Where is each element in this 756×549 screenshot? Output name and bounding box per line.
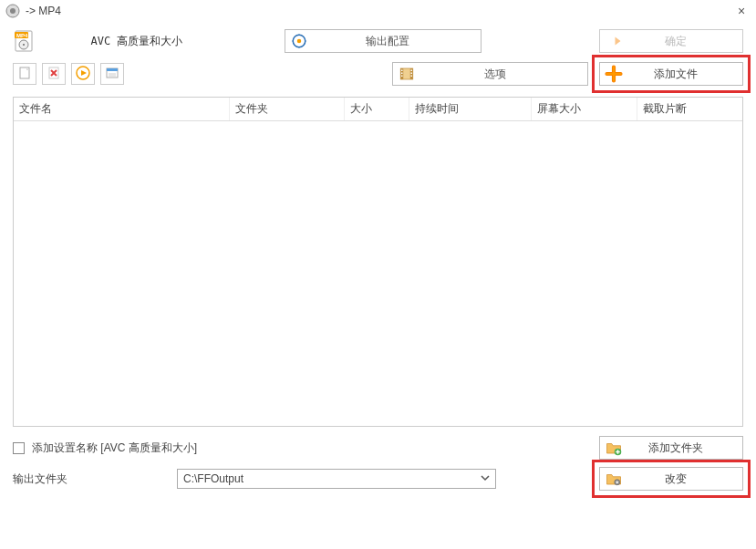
toolbar-row-2: 选项 添加文件 bbox=[0, 58, 756, 93]
highlight-add-file: 添加文件 bbox=[592, 55, 751, 93]
chevron-down-icon bbox=[481, 472, 490, 485]
output-folder-select[interactable]: C:\FFOutput bbox=[177, 469, 496, 489]
add-file-label: 添加文件 bbox=[627, 67, 742, 82]
title-bar: -> MP4 × bbox=[0, 0, 756, 22]
profile-label: AVC 高质量和大小 bbox=[46, 34, 228, 49]
mp4-format-icon: MP4 bbox=[13, 30, 35, 52]
change-label: 改变 bbox=[627, 471, 742, 487]
window-title: -> MP4 bbox=[26, 5, 727, 17]
gear-icon bbox=[285, 33, 313, 49]
document-icon bbox=[17, 66, 32, 83]
col-filename[interactable]: 文件名 bbox=[14, 98, 230, 120]
plus-icon bbox=[600, 65, 627, 83]
file-table: 文件名 文件夹 大小 持续时间 屏幕大小 截取片断 bbox=[13, 97, 743, 427]
svg-rect-19 bbox=[401, 70, 403, 72]
svg-rect-13 bbox=[107, 68, 118, 71]
play-button[interactable] bbox=[71, 63, 95, 85]
bottom-panel: 添加设置名称 [AVC 高质量和大小] 添加文件夹 输出文件夹 C:\FFOut… bbox=[0, 427, 756, 505]
highlight-change: 改变 bbox=[592, 460, 751, 498]
options-label: 选项 bbox=[420, 67, 587, 82]
toolbar-row-1: MP4 AVC 高质量和大小 输出配置 确定 bbox=[0, 22, 756, 58]
add-folder-button[interactable]: 添加文件夹 bbox=[599, 436, 743, 460]
svg-text:MP4: MP4 bbox=[16, 33, 28, 38]
svg-rect-20 bbox=[401, 73, 403, 75]
output-folder-value: C:\FFOutput bbox=[183, 472, 243, 485]
app-icon bbox=[5, 4, 20, 18]
add-file-button[interactable]: 添加文件 bbox=[599, 62, 743, 86]
change-button[interactable]: 改变 bbox=[599, 467, 743, 491]
add-folder-label: 添加文件夹 bbox=[627, 440, 742, 456]
svg-rect-22 bbox=[411, 70, 413, 72]
col-duration[interactable]: 持续时间 bbox=[409, 98, 532, 120]
options-button[interactable]: 选项 bbox=[392, 62, 588, 86]
append-name-label: 添加设置名称 [AVC 高质量和大小] bbox=[32, 440, 197, 456]
svg-rect-23 bbox=[411, 73, 413, 75]
properties-button[interactable] bbox=[100, 63, 124, 85]
col-clip[interactable]: 截取片断 bbox=[637, 98, 742, 120]
append-name-checkbox[interactable] bbox=[13, 442, 25, 454]
arrow-right-icon bbox=[600, 33, 627, 49]
output-config-button[interactable]: 输出配置 bbox=[285, 29, 482, 53]
svg-point-6 bbox=[23, 44, 25, 46]
folder-plus-icon bbox=[600, 440, 627, 456]
svg-point-8 bbox=[297, 39, 302, 44]
play-icon bbox=[76, 66, 90, 83]
table-header: 文件名 文件夹 大小 持续时间 屏幕大小 截取片断 bbox=[14, 98, 742, 121]
close-icon[interactable]: × bbox=[732, 2, 751, 20]
svg-point-1 bbox=[10, 8, 16, 14]
film-icon bbox=[393, 66, 420, 82]
folder-gear-icon bbox=[600, 471, 627, 487]
new-button[interactable] bbox=[13, 63, 36, 85]
output-config-label: 输出配置 bbox=[313, 34, 481, 49]
col-folder[interactable]: 文件夹 bbox=[230, 98, 345, 120]
delete-button[interactable] bbox=[42, 63, 66, 85]
col-size[interactable]: 大小 bbox=[345, 98, 409, 120]
properties-icon bbox=[105, 66, 119, 83]
table-body[interactable] bbox=[14, 121, 742, 426]
output-folder-label: 输出文件夹 bbox=[13, 471, 113, 487]
svg-point-27 bbox=[616, 482, 618, 483]
col-screen[interactable]: 屏幕大小 bbox=[532, 98, 637, 120]
ok-button[interactable]: 确定 bbox=[599, 29, 743, 53]
svg-rect-21 bbox=[401, 76, 403, 78]
ok-label: 确定 bbox=[627, 34, 742, 49]
delete-icon bbox=[47, 66, 61, 83]
svg-rect-24 bbox=[411, 76, 413, 78]
